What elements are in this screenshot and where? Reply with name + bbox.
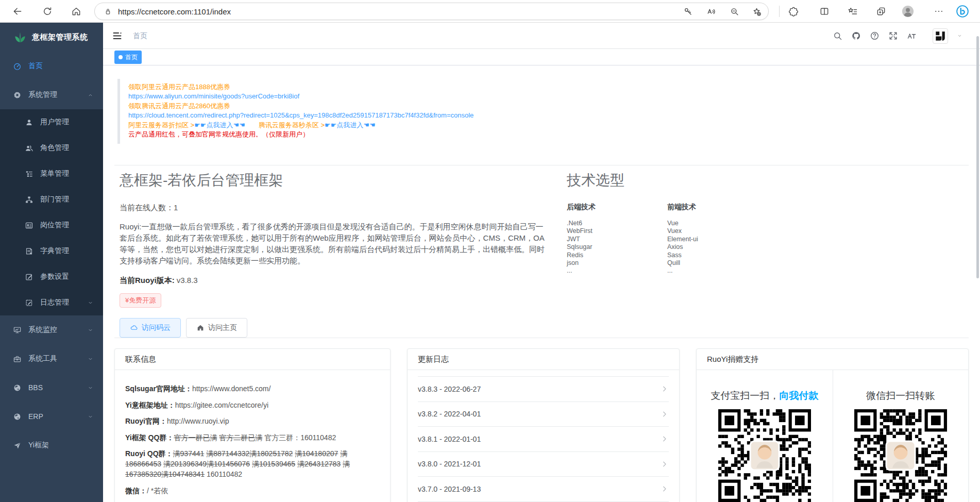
tech-list-item: ... bbox=[667, 267, 768, 275]
url-text: https://ccnetcore.com:1101/index bbox=[118, 7, 231, 16]
divider bbox=[114, 165, 969, 165]
globe-icon bbox=[13, 383, 22, 392]
sidebar-item-log-management[interactable]: 日志管理 bbox=[0, 290, 103, 315]
sidebar-item-label: 系统管理 bbox=[28, 90, 57, 99]
app-title: 意框架管理系统 bbox=[32, 32, 88, 42]
chevron-right-icon bbox=[660, 484, 669, 493]
profile-icon[interactable] bbox=[901, 4, 915, 19]
donate-card: RuoYi捐赠支持 支付宝扫一扫，向我付款 微信扫一扫转账 bbox=[696, 348, 969, 502]
sidebar-item-user-management[interactable]: 用户管理 bbox=[0, 109, 103, 135]
chevron-right-icon bbox=[660, 434, 669, 443]
top-navbar: 首页 bbox=[103, 23, 980, 49]
org-tree-icon bbox=[25, 195, 33, 204]
collections-icon[interactable] bbox=[848, 6, 858, 16]
sidebar-item-role-management[interactable]: 角色管理 bbox=[0, 135, 103, 161]
notice-line: 领取腾讯云通用云产品2860优惠券 bbox=[128, 102, 952, 111]
log-icon bbox=[25, 298, 33, 307]
page-scrollbar[interactable] bbox=[976, 36, 979, 278]
sidebar-item-home[interactable]: 首页 bbox=[0, 52, 103, 80]
sidebar-item-dept-management[interactable]: 部门管理 bbox=[0, 187, 103, 212]
more-icon[interactable] bbox=[934, 6, 944, 16]
sidebar-item-system-management[interactable]: 系统管理 bbox=[0, 80, 103, 109]
back-icon[interactable] bbox=[12, 6, 23, 16]
fullscreen-icon[interactable] bbox=[888, 31, 898, 41]
sidebar-item-system-monitor[interactable]: 系统监控 bbox=[0, 315, 103, 344]
sidebar-collapse-icon[interactable] bbox=[112, 30, 123, 41]
sidebar-item-label: 系统工具 bbox=[28, 354, 57, 363]
contact-text: Ruoyi官网： bbox=[125, 417, 167, 425]
extensions-icon[interactable] bbox=[788, 6, 799, 16]
changelog-label: v3.8.1 - 2022-01-01 bbox=[418, 435, 481, 443]
favorite-add-icon[interactable] bbox=[752, 7, 762, 16]
sidebar-item-label: BBS bbox=[28, 383, 43, 392]
user-avatar[interactable] bbox=[933, 28, 948, 44]
intro-buttons: 访问码云 访问主页 bbox=[120, 318, 552, 338]
font-size-icon[interactable] bbox=[907, 31, 917, 41]
app-logo[interactable]: 意框架管理系统 bbox=[0, 23, 103, 52]
sidebar-item-erp[interactable]: ERP bbox=[0, 402, 103, 431]
tech-list-item: Vuex bbox=[667, 227, 768, 235]
zoom-out-icon[interactable] bbox=[730, 7, 739, 16]
sidebar-submenu: 用户管理角色管理菜单管理部门管理岗位管理字典管理参数设置日志管理 bbox=[0, 109, 103, 315]
home-icon[interactable] bbox=[71, 6, 81, 16]
lock-icon[interactable] bbox=[104, 7, 112, 16]
caret-down-icon[interactable] bbox=[957, 33, 962, 39]
breadcrumb[interactable]: 首页 bbox=[133, 31, 147, 41]
tech-list-item: Sass bbox=[667, 252, 768, 259]
gear-icon bbox=[13, 91, 22, 99]
notice-link[interactable]: https://cloud.tencent.com/redirect.php?r… bbox=[128, 111, 474, 119]
notice-link[interactable]: ☛☛点我进入☚☚ bbox=[194, 121, 245, 129]
key-icon[interactable] bbox=[683, 7, 693, 16]
notice-text: 阿里云服务器折扣区 > bbox=[128, 121, 194, 129]
sidebar-item-menu-management[interactable]: 菜单管理 bbox=[0, 161, 103, 187]
search-icon[interactable] bbox=[833, 31, 842, 41]
alipay-title: 支付宝扫一扫，向我付款 bbox=[697, 389, 833, 403]
caret-up-icon bbox=[87, 92, 94, 98]
caret-down-icon bbox=[87, 327, 94, 333]
notice-link[interactable]: https://www.aliyun.com/minisite/goods?us… bbox=[128, 92, 299, 100]
sidebar-item-post-management[interactable]: 岗位管理 bbox=[0, 212, 103, 238]
tech-list-item: Quill bbox=[667, 259, 768, 267]
tech-list-item: Axios bbox=[667, 243, 768, 251]
notice-link[interactable]: ☛☛点我进入☚☚ bbox=[325, 121, 376, 129]
active-tag-dot bbox=[119, 55, 123, 59]
tag-label: 首页 bbox=[125, 53, 138, 62]
visit-homepage-button[interactable]: 访问主页 bbox=[186, 318, 247, 338]
sidebar-item-label: 用户管理 bbox=[40, 118, 69, 127]
contact-card: 联系信息 Sqlsugar官网地址：https://www.donet5.com… bbox=[114, 348, 391, 502]
changelog-row[interactable]: v3.8.0 - 2021-12-01 bbox=[418, 451, 669, 477]
sidebar-item-bbs[interactable]: BBS bbox=[0, 373, 103, 402]
split-screen-icon[interactable] bbox=[819, 6, 830, 16]
sidebar-item-system-tools[interactable]: 系统工具 bbox=[0, 344, 103, 373]
changelog-row[interactable]: v3.8.1 - 2022-01-01 bbox=[418, 426, 669, 451]
tab-home[interactable]: 首页 bbox=[114, 51, 142, 64]
changelog-row[interactable]: v3.7.0 - 2021-09-13 bbox=[418, 476, 669, 501]
frontend-tech-column: 前端技术 VueVuexElement-uiAxiosSassQuill... bbox=[667, 203, 768, 275]
read-aloud-icon[interactable] bbox=[706, 7, 716, 16]
notice-line: 阿里云服务器折扣区 >☛☛点我进入☚☚ 腾讯云服务器秒杀区 >☛☛点我进入☚☚ bbox=[128, 121, 952, 130]
visit-gitee-button[interactable]: 访问码云 bbox=[120, 318, 181, 338]
github-icon[interactable] bbox=[851, 31, 861, 41]
copilot-icon[interactable] bbox=[955, 4, 970, 19]
contact-text: https://www.donet5.com/ bbox=[192, 384, 271, 393]
notice-text: 腾讯云服务器秒杀区 > bbox=[259, 121, 325, 129]
changelog-label: v3.7.0 - 2021-09-13 bbox=[418, 485, 481, 493]
tab-copy-icon[interactable] bbox=[876, 6, 886, 16]
refresh-icon[interactable] bbox=[42, 6, 53, 16]
sidebar-item-yi-framework[interactable]: Yi框架 bbox=[0, 431, 103, 460]
pay-me-link[interactable]: 向我付款 bbox=[779, 390, 818, 401]
tech-list-item: Redis bbox=[567, 252, 667, 259]
tech-list-item: Vue bbox=[667, 220, 768, 227]
question-icon[interactable] bbox=[870, 31, 880, 41]
sidebar-item-param-settings[interactable]: 参数设置 bbox=[0, 264, 103, 290]
contact-text: 满101539465 bbox=[252, 460, 295, 468]
contact-text: Ruoyi QQ群： bbox=[125, 449, 173, 458]
sidebar: 意框架管理系统 首页系统管理用户管理角色管理菜单管理部门管理岗位管理字典管理参数… bbox=[0, 23, 103, 502]
url-bar[interactable]: https://ccnetcore.com:1101/index bbox=[94, 3, 769, 20]
changelog-row[interactable]: v3.8.2 - 2022-04-01 bbox=[418, 401, 669, 427]
contact-text: 满104180207 bbox=[295, 449, 338, 458]
sidebar-item-dict-management[interactable]: 字典管理 bbox=[0, 238, 103, 264]
changelog-row[interactable]: v3.8.3 - 2022-06-27 bbox=[418, 376, 669, 401]
notice-text bbox=[245, 121, 259, 129]
sidebar-item-label: 系统监控 bbox=[28, 325, 57, 334]
